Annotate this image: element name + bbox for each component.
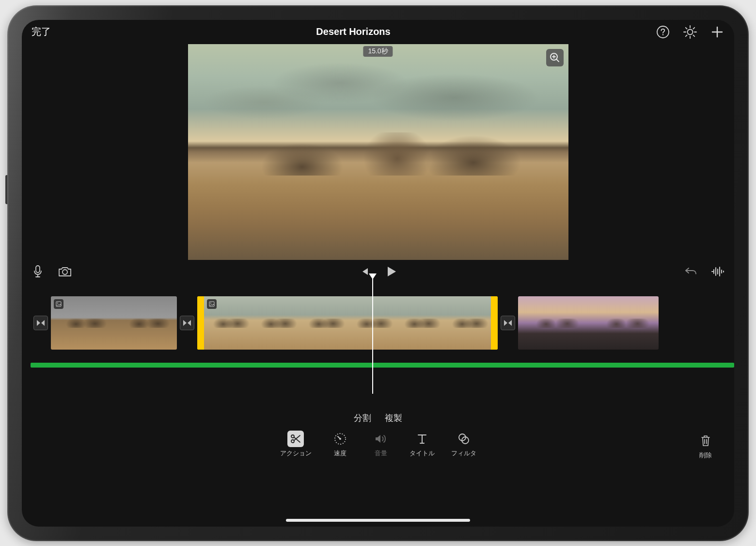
delete-tool[interactable]: 削除 <box>693 433 718 460</box>
preview-sky <box>188 44 568 141</box>
tool-label: 削除 <box>699 451 712 460</box>
transition-icon <box>183 320 191 326</box>
help-button[interactable] <box>656 25 670 39</box>
microphone-icon <box>32 265 43 278</box>
clip-thumbnail <box>395 296 443 350</box>
audio-waveform-button[interactable] <box>711 264 725 279</box>
photo-icon <box>209 301 215 307</box>
duplicate-button[interactable]: 複製 <box>385 412 402 424</box>
app-screen: 完了 Desert Horizons 15.0秒 <box>22 20 734 527</box>
filters-icon <box>457 433 470 445</box>
trash-icon <box>700 434 711 447</box>
scissors-icon <box>290 434 301 444</box>
zoom-button[interactable] <box>546 49 564 66</box>
tool-label: フィルタ <box>451 449 476 458</box>
clip-thumbnail <box>518 296 588 350</box>
waveform-icon <box>711 266 725 277</box>
transition-icon <box>36 320 45 326</box>
svg-point-13 <box>339 438 341 440</box>
split-button[interactable]: 分割 <box>354 412 371 424</box>
magnify-plus-icon <box>550 52 560 63</box>
tool-label: アクション <box>280 449 312 458</box>
skip-back-icon <box>360 267 369 276</box>
playhead[interactable] <box>372 276 373 394</box>
speaker-icon <box>375 434 387 444</box>
project-title: Desert Horizons <box>51 26 656 37</box>
photo-icon <box>56 301 62 307</box>
ipad-frame: 完了 Desert Horizons 15.0秒 <box>7 5 749 541</box>
transition-icon <box>504 320 512 326</box>
play-button[interactable] <box>384 264 399 279</box>
transition-button-3[interactable] <box>501 316 515 330</box>
undo-button[interactable] <box>684 264 698 279</box>
help-icon <box>656 25 670 39</box>
inspector-toolbar: アクション 速度 音量 タイトル フィルタ <box>22 429 734 462</box>
trim-handle-left[interactable] <box>197 296 204 350</box>
clip-thumbnail <box>299 296 347 350</box>
volume-tool[interactable]: 音量 <box>369 431 393 458</box>
audio-track[interactable] <box>31 363 734 368</box>
svg-point-14 <box>459 434 466 441</box>
voiceover-button[interactable] <box>31 264 45 279</box>
playback-controls <box>22 260 734 283</box>
done-button[interactable]: 完了 <box>32 25 51 38</box>
video-preview[interactable]: 15.0秒 <box>188 44 568 260</box>
preview-terrain <box>188 132 568 176</box>
text-icon <box>417 433 427 445</box>
add-media-button[interactable] <box>710 25 724 39</box>
camera-icon <box>58 266 72 277</box>
clip-type-badge <box>207 299 217 309</box>
clips-row <box>22 292 734 354</box>
action-tool[interactable]: アクション <box>280 431 312 458</box>
title-tool[interactable]: タイトル <box>410 431 435 458</box>
undo-icon <box>684 266 698 277</box>
clip-thumbnail <box>114 296 177 350</box>
plus-icon <box>710 25 724 39</box>
home-indicator[interactable] <box>286 519 470 522</box>
transition-button-2[interactable] <box>180 316 194 330</box>
clip-thumbnail <box>443 296 491 350</box>
clip-actions-row: 分割 複製 <box>22 409 734 429</box>
speedometer-icon <box>334 433 346 445</box>
tool-label: 速度 <box>334 449 346 458</box>
svg-point-2 <box>688 29 693 34</box>
svg-point-15 <box>462 437 469 444</box>
filter-tool[interactable]: フィルタ <box>451 431 476 458</box>
duration-badge: 15.0秒 <box>363 46 393 57</box>
speed-tool[interactable]: 速度 <box>328 431 352 458</box>
preview-area: 15.0秒 <box>22 44 734 260</box>
timeline[interactable] <box>22 283 734 409</box>
gear-icon <box>683 25 697 39</box>
clip-thumbnail <box>588 296 659 350</box>
svg-point-9 <box>210 303 211 304</box>
camera-button[interactable] <box>58 264 72 279</box>
trim-handle-right[interactable] <box>491 296 498 350</box>
clip-thumbnail <box>347 296 395 350</box>
clip-type-badge <box>54 299 63 309</box>
clip-2-selected[interactable] <box>197 296 498 350</box>
tool-label: タイトル <box>410 449 435 458</box>
svg-point-5 <box>63 270 67 274</box>
svg-rect-4 <box>36 266 40 273</box>
transition-button-1[interactable] <box>33 316 48 330</box>
top-bar: 完了 Desert Horizons <box>22 20 734 44</box>
clip-1[interactable] <box>51 296 177 350</box>
tool-label: 音量 <box>375 449 387 458</box>
clip-3[interactable] <box>518 296 659 350</box>
play-icon <box>386 266 397 277</box>
svg-point-1 <box>662 34 663 35</box>
clip-thumbnail <box>252 296 300 350</box>
settings-button[interactable] <box>683 25 697 39</box>
svg-point-7 <box>57 303 58 304</box>
